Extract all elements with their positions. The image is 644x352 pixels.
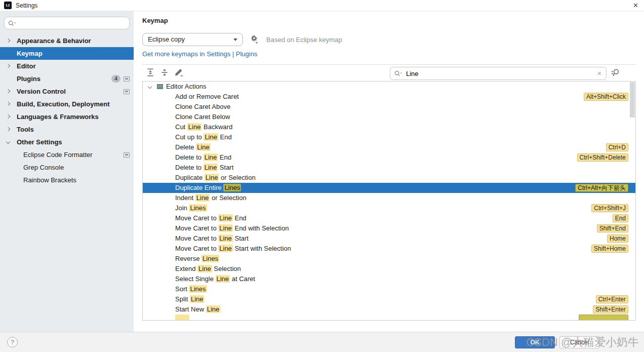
search-match-highlight: Line [204, 153, 218, 161]
action-row-cut-up-to-line-end[interactable]: Cut up to Line End [143, 132, 635, 142]
action-row-delete-to-line-end[interactable]: Delete to Line EndCtrl+Shift+Delete [143, 152, 635, 163]
shortcut-badge: Shift+Home [591, 245, 628, 253]
close-icon[interactable]: × [633, 0, 638, 11]
search-match-highlight: Line [197, 265, 212, 272]
search-match-highlight: Line [204, 164, 218, 171]
shortcut-badge: Shift+End [597, 224, 628, 232]
action-row-join-lines[interactable]: Join LinesCtrl+Shift+J [143, 203, 635, 213]
action-row-sort-lines[interactable]: Sort Lines [143, 284, 635, 294]
shortcut-badge: Shift+Enter [593, 305, 628, 314]
action-row-move-caret-to-line-start-with-selection[interactable]: Move Caret to Line Start with SelectionS… [143, 244, 635, 254]
sidebar-item-grep-console[interactable]: Grep Console [0, 161, 134, 174]
shortcut-badge: Ctrl+Alt+向下箭头 [575, 184, 628, 192]
action-row-indent-line-or-selection[interactable]: Indent Line or Selection [143, 193, 635, 203]
action-row-duplicate-line-or-selection[interactable]: Duplicate Line or Selection [143, 173, 635, 183]
sidebar-item-build-execution-deployment[interactable]: Build, Execution, Deployment [0, 98, 134, 110]
action-row-move-caret-to-line-start[interactable]: Move Caret to Line StartHome [143, 233, 635, 244]
collapse-all-icon[interactable] [160, 68, 169, 77]
chevron-down-icon [14, 22, 16, 23]
action-label: Cut up to Line End [175, 132, 232, 142]
search-match-highlight: Line [204, 133, 218, 141]
search-match-highlight: Line [218, 224, 233, 232]
sidebar-item-plugins[interactable]: Plugins4 [0, 72, 134, 85]
action-label: Split Line [175, 294, 204, 304]
action-row-split-line[interactable]: Split LineCtrl+Enter [143, 294, 635, 304]
action-row-clone-caret-above[interactable]: Clone Caret Above [143, 102, 635, 112]
sidebar-item-keymap[interactable]: Keymap [0, 47, 134, 60]
action-row-delete-to-line-start[interactable]: Delete to Line Start [143, 163, 635, 173]
sidebar-item-tools[interactable]: Tools [0, 123, 134, 136]
sidebar-item-version-control[interactable]: Version Control [0, 85, 134, 98]
header-separator [142, 64, 636, 65]
chevron-right-icon[interactable] [7, 128, 10, 131]
action-row-move-caret-to-line-end-with-selection[interactable]: Move Caret to Line End with SelectionShi… [143, 223, 635, 233]
action-label: Duplicate Line or Selection [175, 173, 256, 183]
settings-page-icon [124, 152, 130, 158]
help-icon[interactable]: ? [7, 337, 18, 347]
settings-search-box[interactable] [4, 17, 130, 29]
action-label: Start New Line [175, 304, 220, 315]
sidebar-item-rainbow-brackets[interactable]: Rainbow Brackets [0, 174, 134, 186]
chevron-right-icon[interactable] [7, 39, 10, 42]
tree-group-editor-actions[interactable]: Editor Actions [143, 82, 635, 92]
sidebar-item-appearance-behavior[interactable]: Appearance & Behavior [0, 34, 134, 47]
chevron-down-icon[interactable] [148, 85, 151, 88]
action-row-start-new-line[interactable]: Start New LineShift+Enter [143, 304, 635, 315]
action-row-reverse-lines[interactable]: Reverse Lines [143, 254, 635, 264]
search-icon [394, 70, 403, 76]
action-row-clone-caret-below[interactable]: Clone Caret Below [143, 112, 635, 122]
settings-sidebar: Appearance & BehaviorKeymapEditorPlugins… [0, 11, 134, 332]
get-more-keymaps-link[interactable]: Get more keymaps in Settings | Plugins [142, 50, 257, 58]
keymap-select[interactable]: Eclipse copy [142, 33, 243, 46]
action-label: Clone Caret Above [175, 102, 230, 112]
action-row-move-caret-to-line-end[interactable]: Move Caret to Line EndEnd [143, 213, 635, 223]
search-match-highlight: Line [216, 275, 230, 283]
action-row-duplicate-entire-lines[interactable]: Duplicate Entire LinesCtrl+Alt+向下箭头 [143, 183, 635, 193]
action-row-select-single-line-at-caret[interactable]: Select Single Line at Caret [143, 274, 635, 284]
sidebar-item-languages-frameworks[interactable]: Languages & Frameworks [0, 110, 134, 123]
action-label: Cut Line Backward [175, 122, 232, 132]
action-label: Move Caret to Line End with Selection [175, 223, 289, 233]
sidebar-item-label: Plugins [17, 75, 41, 83]
clear-search-icon[interactable]: × [593, 69, 606, 77]
ok-button[interactable]: OK [515, 336, 555, 348]
chevron-down-icon[interactable] [7, 140, 10, 143]
keymap-settings-panel: Keymap Eclipse copy Based on Eclipse key… [134, 11, 644, 332]
tree-toolbar [146, 68, 183, 77]
action-row-add-or-remove-caret[interactable]: Add or Remove CaretAlt+Shift+Click [143, 92, 635, 102]
sidebar-item-other-settings[interactable]: Other Settings [0, 136, 134, 148]
combo-arrow-icon [233, 38, 237, 41]
action-row-extend-line-selection[interactable]: Extend Line Selection [143, 264, 635, 274]
settings-page-icon [124, 89, 130, 94]
edit-shortcut-icon[interactable] [174, 68, 183, 77]
actions-search-box[interactable]: × [390, 67, 607, 80]
chevron-right-icon[interactable] [7, 115, 10, 118]
action-label: Delete Line [175, 142, 211, 152]
sidebar-item-eclipse-code-formatter[interactable]: Eclipse Code Formatter [0, 148, 134, 161]
settings-search-input[interactable] [19, 19, 129, 27]
action-label: Duplicate Entire Lines [175, 183, 241, 193]
sidebar-item-editor[interactable]: Editor [0, 60, 134, 72]
page-title: Keymap [142, 17, 168, 24]
expand-all-icon[interactable] [146, 68, 155, 77]
gear-icon[interactable] [249, 34, 259, 45]
find-by-shortcut-icon[interactable] [610, 68, 620, 78]
chevron-right-icon[interactable] [7, 90, 10, 93]
action-label: Indent Line or Selection [175, 193, 247, 203]
action-label: Join Lines [175, 203, 207, 213]
sidebar-item-label: Appearance & Behavior [17, 37, 91, 45]
actions-search-input[interactable] [406, 70, 593, 77]
sidebar-item-label: Version Control [17, 88, 66, 95]
chevron-down-icon [400, 72, 402, 73]
chevron-right-icon[interactable] [7, 64, 10, 67]
action-row-cut-line-backward[interactable]: Cut Line Backward [143, 122, 635, 132]
window-title: Settings [16, 2, 37, 9]
cancel-button[interactable]: Cancel [559, 336, 599, 348]
action-row-delete-line[interactable]: Delete LineCtrl+D [143, 142, 635, 152]
scrollbar-thumb[interactable] [630, 82, 635, 118]
chevron-right-icon[interactable] [7, 102, 10, 105]
shortcut-badge: Alt+Shift+Click [584, 93, 628, 101]
sidebar-item-label: Languages & Frameworks [17, 113, 99, 121]
title-bar: IJ Settings × [0, 0, 644, 11]
search-match-highlight: Lines [223, 184, 241, 191]
